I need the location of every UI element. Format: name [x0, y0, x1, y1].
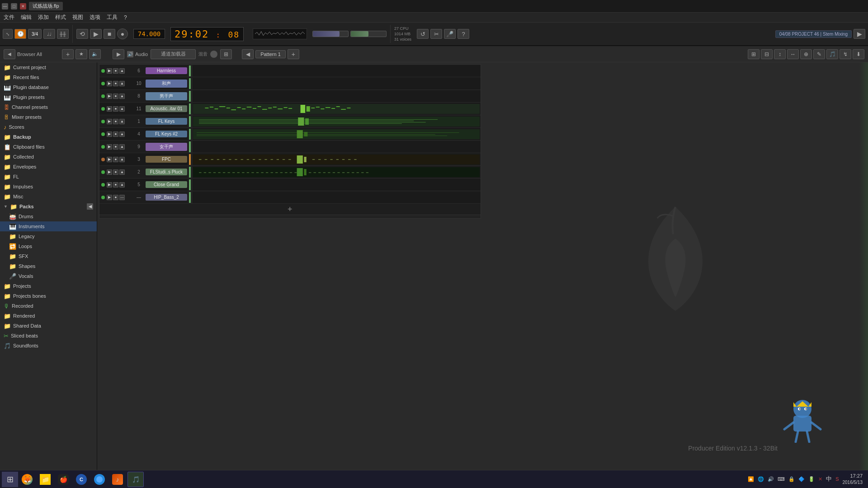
sidebar-item-plugin-presets[interactable]: 🎹 Plugin presets	[0, 92, 97, 102]
seq-tool1[interactable]: ⊞	[748, 49, 760, 59]
taskbar-app-firefox[interactable]: 🦊	[19, 472, 35, 487]
ch-mute-btn[interactable]: ▶	[107, 94, 112, 99]
ch-up-btn[interactable]: ▲	[119, 81, 125, 86]
volume-icon[interactable]: 🔊	[768, 476, 774, 482]
taskbar-app-fl[interactable]: 🎵	[127, 472, 144, 487]
pattern-area-harmless[interactable]	[192, 65, 481, 77]
sidebar-item-projects[interactable]: 📁 Projects	[0, 281, 97, 291]
sidebar-item-loops[interactable]: 🔁 Loops	[0, 241, 97, 251]
browser-back-btn[interactable]: ◀	[4, 49, 15, 59]
seq-tool3[interactable]: ↕	[774, 49, 786, 59]
mixer-view-btn[interactable]: ╫╫	[57, 29, 69, 39]
sidebar-item-vocals[interactable]: 🎤 Vocals	[0, 271, 97, 281]
cut-btn[interactable]: ✂	[430, 29, 442, 39]
ch-solo-btn[interactable]: ●	[113, 94, 118, 99]
browser-add-btn[interactable]: +	[62, 49, 74, 59]
sidebar-item-sfx[interactable]: 📁 SFX	[0, 251, 97, 261]
stop-btn[interactable]: ■	[104, 29, 115, 39]
pattern-add-btn[interactable]: +	[288, 49, 299, 59]
ch-name-btn[interactable]: 女干声	[146, 143, 187, 151]
bpm-display[interactable]: 74.000	[133, 29, 165, 39]
sidebar-item-shared-data[interactable]: 📁 Shared Data	[0, 321, 97, 331]
pattern-area-hipbass[interactable]	[192, 192, 481, 203]
sidebar-item-fl[interactable]: 📁 FL	[0, 172, 97, 182]
ch-up-btn[interactable]: ▲	[119, 119, 125, 124]
ch-solo-btn[interactable]: ●	[113, 81, 118, 86]
menu-help[interactable]: ?	[124, 14, 127, 21]
ch-up-btn[interactable]: —	[119, 195, 125, 200]
pattern-area-nv[interactable]	[192, 141, 481, 153]
ch-name-btn[interactable]: FL Keys #2	[146, 131, 187, 137]
sidebar-item-shapes[interactable]: 📁 Shapes	[0, 261, 97, 271]
ch-up-btn[interactable]: ▲	[119, 106, 125, 112]
minimize-btn[interactable]: —	[2, 3, 8, 9]
sidebar-item-collected[interactable]: 📁 Collected	[0, 152, 97, 162]
sidebar-item-recent-files[interactable]: 📁 Recent files	[0, 72, 97, 82]
menu-view[interactable]: 视图	[72, 14, 83, 21]
ch-solo-btn[interactable]: ●	[113, 169, 118, 175]
loop-btn[interactable]: 🕐	[14, 29, 26, 39]
pattern-prev-btn[interactable]: ◀	[242, 49, 254, 59]
ch-mute-btn[interactable]: ▶	[107, 182, 112, 188]
record-counter-btn[interactable]: 3/4	[28, 29, 42, 39]
ch-name-btn[interactable]: FLStudi..s Pluck	[146, 169, 187, 175]
pattern-area-hesheng[interactable]	[192, 78, 481, 89]
ch-mute-btn[interactable]: ▶	[107, 119, 112, 124]
ch-mute-btn[interactable]: ▶	[107, 81, 112, 86]
ch-solo-btn[interactable]: ●	[113, 106, 118, 112]
lang-zh[interactable]: 中	[826, 475, 832, 483]
menu-add[interactable]: 添加	[38, 14, 49, 21]
ch-solo-btn[interactable]: ●	[113, 68, 118, 74]
taskbar-app-explorer[interactable]: 📁	[37, 472, 53, 487]
grid-view-btn[interactable]: ⊞	[220, 49, 232, 59]
pattern-area-closegrand[interactable]	[192, 179, 481, 191]
pattern-area-nan[interactable]	[192, 90, 481, 102]
sidebar-item-scores[interactable]: ♪ Scores	[0, 122, 97, 132]
mic-btn[interactable]: 🎤	[444, 29, 456, 39]
sidebar-item-soundfonts[interactable]: 🎵 Soundfonts	[0, 341, 97, 351]
master-vol[interactable]	[312, 31, 349, 37]
ch-solo-btn[interactable]: ●	[113, 195, 118, 200]
sidebar-item-current-project[interactable]: 📁 Current project	[0, 62, 97, 72]
sidebar-item-channel-presets[interactable]: 🎛 Channel presets	[0, 102, 97, 112]
ch-name-btn[interactable]: Acoustic..itar 01	[146, 105, 187, 112]
browser-speaker-btn[interactable]: 🔈	[89, 49, 101, 59]
horizontal-scrollbar[interactable]	[99, 215, 481, 218]
pattern-area-flkeys[interactable]	[192, 116, 481, 127]
sidebar-item-packs[interactable]: ▼ 📁 Packs ◀	[0, 202, 97, 211]
master-pitch[interactable]	[350, 31, 387, 37]
seq-nav-btn[interactable]: ▶	[113, 49, 124, 59]
ch-up-btn[interactable]: ▲	[119, 144, 125, 150]
ch-mute-btn[interactable]: ▶	[107, 195, 112, 200]
sidebar-item-projects-bones[interactable]: 📁 Projects bones	[0, 291, 97, 301]
sidebar-item-rendered[interactable]: 📁 Rendered	[0, 311, 97, 321]
ch-name-btn[interactable]: 男干声	[146, 92, 187, 100]
ch-name-btn[interactable]: HIP_Bass_2	[146, 194, 187, 201]
maximize-btn[interactable]: □	[11, 3, 17, 9]
ch-solo-btn[interactable]: ●	[113, 131, 118, 137]
taskbar-app-note[interactable]: ♪	[109, 472, 126, 487]
back-btn[interactable]: ⟲	[76, 29, 88, 39]
ch-name-btn[interactable]: 和声	[146, 80, 187, 88]
ch-mute-btn[interactable]: ▶	[107, 106, 112, 112]
channel-rack-label[interactable]: 通道加载器	[151, 49, 196, 59]
ch-mute-btn[interactable]: ▶	[107, 169, 112, 175]
ch-up-btn[interactable]: ▲	[119, 157, 125, 162]
taskbar-app-blue[interactable]	[91, 472, 108, 487]
metronome-btn[interactable]: ♩♩	[43, 29, 55, 39]
menu-file[interactable]: 文件	[4, 14, 14, 21]
ch-up-btn[interactable]: ▲	[119, 131, 125, 137]
restart-btn[interactable]: ↺	[417, 29, 429, 39]
pattern-name[interactable]: Pattern 1	[255, 50, 286, 58]
menu-options[interactable]: 选项	[90, 14, 100, 21]
sidebar-item-impulses[interactable]: 📁 Impulses	[0, 182, 97, 192]
sidebar-item-plugin-database[interactable]: 🎹 Plugin database	[0, 82, 97, 92]
ch-mute-btn[interactable]: ▶	[107, 144, 112, 150]
add-channel-btn[interactable]: +	[99, 204, 481, 215]
ch-name-btn[interactable]: FL Keys	[146, 118, 187, 125]
ch-up-btn[interactable]: ▲	[119, 68, 125, 74]
ch-mute-btn[interactable]: ▶	[107, 157, 112, 162]
ch-up-btn[interactable]: ▲	[119, 94, 125, 99]
pattern-area-flkeys2[interactable]	[192, 128, 481, 140]
seq-tool4[interactable]: ↔	[787, 49, 799, 59]
